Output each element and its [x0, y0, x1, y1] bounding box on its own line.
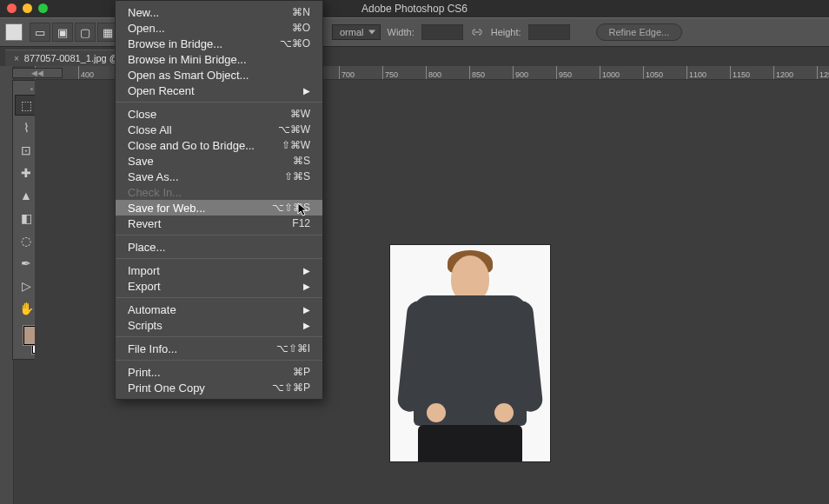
zoom-window-button[interactable] [38, 3, 48, 13]
document-image[interactable] [390, 245, 550, 461]
menu-item-shortcut: ⌘O [292, 22, 310, 34]
link-icon[interactable] [470, 25, 484, 39]
menu-item-label: Save [128, 155, 154, 168]
menu-item-shortcut: ⌥⇧⌘I [276, 342, 310, 355]
menu-item-label: Automate [128, 303, 176, 316]
menu-item-automate[interactable]: Automate▶ [116, 302, 322, 317]
ruler-tick: 1000 [600, 66, 643, 80]
menu-item-shortcut: ⌥⇧⌘P [272, 381, 310, 394]
document-tab[interactable]: × 877057-0081_1.jpg @ [5, 50, 128, 66]
menu-separator [116, 336, 322, 337]
menu-item-place[interactable]: Place... [116, 239, 322, 255]
menu-item-shortcut: ⇧⌘W [282, 139, 310, 151]
ruler-tick: 1100 [686, 66, 730, 80]
menu-item-shortcut: ⌥⇧⌘S [272, 202, 310, 214]
menu-separator [116, 235, 322, 235]
ruler-tick: 1150 [730, 66, 773, 80]
menu-item-print-one-copy[interactable]: Print One Copy⌥⇧⌘P [116, 380, 322, 395]
menu-item-label: Close All [128, 123, 172, 136]
height-input[interactable] [528, 24, 570, 40]
menu-item-close-all[interactable]: Close All⌥⌘W [116, 122, 322, 137]
ruler-tick: 750 [382, 66, 426, 80]
selection-new-icon[interactable]: ▭ [30, 23, 50, 42]
menu-item-label: Browse in Bridge... [128, 37, 222, 50]
ruler-tick: 850 [469, 66, 513, 80]
menu-item-print[interactable]: Print...⌘P [116, 364, 322, 380]
window-controls [7, 3, 48, 13]
menu-item-shortcut: ⌥⌘W [278, 123, 310, 136]
close-window-button[interactable] [7, 3, 17, 13]
menu-item-scripts[interactable]: Scripts▶ [116, 317, 322, 333]
menu-item-import[interactable]: Import▶ [116, 262, 322, 278]
image-content [390, 245, 550, 461]
menu-item-label: File Info... [128, 342, 177, 355]
menu-item-label: Revert [128, 217, 161, 230]
submenu-arrow-icon: ▶ [303, 321, 310, 330]
tools-collapse-bar[interactable]: ◀◀ [12, 68, 63, 78]
menu-item-label: New... [128, 6, 159, 19]
menu-item-export[interactable]: Export▶ [116, 278, 322, 294]
menu-item-save-for-web[interactable]: Save for Web...⌥⇧⌘S [116, 200, 322, 216]
menu-item-file-info[interactable]: File Info...⌥⇧⌘I [116, 341, 322, 356]
menu-item-save[interactable]: Save⌘S [116, 153, 322, 169]
close-tab-icon[interactable]: × [14, 54, 19, 63]
style-select[interactable]: ormal [332, 24, 381, 40]
menu-item-browse-in-bridge[interactable]: Browse in Bridge...⌥⌘O [116, 36, 322, 51]
menu-item-shortcut: ⌥⌘O [280, 37, 310, 50]
menu-item-shortcut: ⇧⌘S [284, 170, 310, 182]
ruler-tick: 800 [426, 66, 469, 80]
menu-item-label: Open as Smart Object... [128, 69, 249, 82]
menu-item-label: Close [128, 108, 156, 121]
menu-item-label: Print... [128, 366, 161, 379]
menu-item-label: Scripts [128, 319, 162, 332]
menu-item-label: Open Recent [128, 84, 195, 97]
document-tab-label: 877057-0081_1.jpg @ [24, 53, 119, 63]
menu-item-shortcut: F12 [292, 217, 310, 229]
menu-item-close-and-go-to-bridge[interactable]: Close and Go to Bridge...⇧⌘W [116, 137, 322, 153]
menu-item-shortcut: ⌘N [292, 6, 310, 18]
width-input[interactable] [421, 24, 463, 40]
menu-item-label: Print One Copy [128, 381, 205, 395]
menu-item-open-recent[interactable]: Open Recent▶ [116, 83, 322, 98]
width-label: Width: [388, 27, 414, 37]
ruler-tick: 900 [513, 66, 556, 80]
menu-item-browse-in-mini-bridge[interactable]: Browse in Mini Bridge... [116, 51, 322, 67]
ruler-tick: 1050 [643, 66, 686, 80]
submenu-arrow-icon: ▶ [303, 86, 310, 96]
ruler-tick: 950 [556, 66, 600, 80]
menu-item-close[interactable]: Close⌘W [116, 106, 322, 122]
menu-item-label: Import [128, 264, 160, 277]
submenu-arrow-icon: ▶ [303, 305, 310, 315]
app-title: Adobe Photoshop CS6 [361, 3, 468, 15]
selection-mode-group: ▭ ▣ ▢ ▦ [30, 23, 118, 42]
tool-preset-picker[interactable] [5, 23, 23, 41]
ruler-tick: 1200 [773, 66, 817, 80]
menu-item-new[interactable]: New...⌘N [116, 4, 322, 20]
menu-separator [116, 258, 322, 259]
menu-item-open[interactable]: Open...⌘O [116, 20, 322, 36]
menu-item-label: Browse in Mini Bridge... [128, 53, 247, 66]
height-label: Height: [491, 27, 521, 37]
menu-item-label: Close and Go to Bridge... [128, 139, 255, 152]
menu-separator [116, 297, 322, 298]
ruler-tick: 700 [339, 66, 382, 80]
minimize-window-button[interactable] [23, 3, 32, 13]
menu-item-shortcut: ⌘W [290, 108, 310, 120]
menu-separator [116, 102, 322, 103]
submenu-arrow-icon: ▶ [303, 282, 310, 291]
selection-add-icon[interactable]: ▣ [52, 23, 73, 42]
menu-separator [116, 360, 322, 361]
menu-item-label: Save for Web... [128, 202, 205, 215]
menu-item-label: Place... [128, 241, 165, 254]
menu-item-label: Check In... [128, 186, 182, 199]
refine-edge-button[interactable]: Refine Edge... [596, 23, 683, 41]
selection-subtract-icon[interactable]: ▢ [75, 23, 96, 42]
menu-item-shortcut: ⌘P [293, 366, 310, 378]
file-menu: New...⌘NOpen...⌘OBrowse in Bridge...⌥⌘OB… [115, 0, 323, 400]
menu-item-check-in: Check In... [116, 184, 322, 200]
ruler-tick: 1250 [817, 66, 829, 80]
submenu-arrow-icon: ▶ [303, 266, 310, 275]
menu-item-revert[interactable]: RevertF12 [116, 216, 322, 231]
menu-item-save-as[interactable]: Save As...⇧⌘S [116, 169, 322, 184]
menu-item-open-as-smart-object[interactable]: Open as Smart Object... [116, 67, 322, 83]
